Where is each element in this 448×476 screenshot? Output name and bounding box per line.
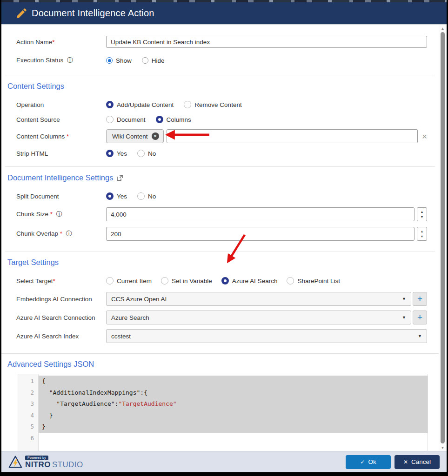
clear-field-icon[interactable]: ×	[422, 132, 427, 141]
document-intelligence-dialog: Document Intelligence Action Action Name…	[1, 0, 447, 472]
code-line: {	[39, 376, 428, 387]
radio-label: Show	[116, 57, 132, 64]
chunk-overlap-label: Chunk Overlap * ⓘ	[16, 230, 106, 238]
section-divider	[5, 166, 435, 167]
scroll-up-icon[interactable]: ▲	[439, 26, 447, 31]
advanced-json-section: Advanced Settings JSON 1 2 3 4 5 6 {	[1, 353, 439, 451]
chunk-overlap-input[interactable]	[106, 227, 415, 241]
stepper-down-icon[interactable]: ▼	[421, 234, 424, 239]
content-columns-input[interactable]	[167, 129, 418, 143]
powered-by-badge: Powered by	[25, 456, 48, 460]
radio-icon	[106, 116, 114, 123]
execution-status-options: Show Hide	[106, 57, 165, 64]
stepper-down-icon[interactable]: ▼	[421, 214, 424, 219]
dialog-body: Action Name* Execution Status ⓘ Show Hid…	[1, 25, 447, 451]
radio-show[interactable]: Show	[106, 57, 132, 64]
doc-intel-settings-heading: Document Intelligence Settings	[7, 173, 439, 182]
radio-icon	[106, 277, 114, 284]
radio-document[interactable]: Document	[106, 116, 146, 123]
section-divider	[5, 251, 435, 251]
required-mark: *	[53, 278, 55, 284]
execution-status-label: Execution Status ⓘ	[16, 56, 106, 65]
radio-icon	[287, 277, 294, 284]
operation-options: Add/Update Content Remove Content	[106, 101, 242, 108]
operation-label: Operation	[16, 101, 106, 108]
vertical-scrollbar[interactable]: ▲ ▼	[439, 25, 447, 451]
radio-strip-html-yes[interactable]: Yes	[106, 150, 127, 157]
content-columns-row: Content Columns * Wiki Content✕ ×	[16, 129, 427, 143]
radio-icon	[137, 150, 145, 157]
external-link-icon[interactable]	[117, 175, 123, 181]
code-area[interactable]: { "AdditionalIndexMappings":{ "TargetAud…	[39, 374, 428, 451]
select-target-row: Select Target* Current Item Set in Varia…	[16, 277, 427, 284]
stepper-up-icon[interactable]: ▲	[421, 229, 424, 234]
radio-azure-ai-search[interactable]: Azure AI Search	[221, 277, 278, 284]
radio-columns[interactable]: Columns	[156, 116, 191, 123]
stepper-up-icon[interactable]: ▲	[421, 209, 424, 214]
action-name-label: Action Name*	[16, 39, 106, 46]
line-number: 5	[18, 421, 38, 433]
action-name-input[interactable]	[106, 36, 427, 48]
cancel-button[interactable]: ✕Cancel	[395, 455, 440, 469]
radio-label: Yes	[117, 150, 127, 157]
required-mark: *	[60, 230, 62, 237]
nitro-triangle-bolt-icon	[8, 455, 22, 469]
code-line: }	[39, 410, 428, 422]
dialog-title: Document Intelligence Action	[32, 8, 154, 19]
required-mark: *	[67, 133, 69, 140]
radio-icon	[106, 101, 114, 108]
operation-row: Operation Add/Update Content Remove Cont…	[16, 101, 427, 108]
search-index-label: Azure AI Search Index	[16, 333, 106, 340]
execution-status-row: Execution Status ⓘ Show Hide	[16, 56, 427, 65]
search-index-select[interactable]: ccstest▼	[106, 329, 427, 343]
add-connection-button[interactable]: +	[413, 292, 427, 306]
radio-add-update-content[interactable]: Add/Update Content	[106, 101, 174, 108]
footer-buttons: ✓Ok ✕Cancel	[346, 455, 440, 469]
radio-label: No	[148, 193, 156, 200]
search-connection-select[interactable]: Azure Search▼	[106, 311, 411, 324]
radio-label: Remove Content	[194, 101, 241, 108]
select-target-options: Current Item Set in Variable Azure AI Se…	[106, 277, 340, 284]
required-mark: *	[50, 211, 53, 218]
radio-split-yes[interactable]: Yes	[106, 192, 127, 200]
radio-icon	[156, 116, 163, 123]
dialog-header: Document Intelligence Action	[1, 2, 447, 25]
radio-label: Columns	[167, 116, 191, 123]
brand-name: NITROSTUDIO	[25, 461, 83, 469]
line-number: 3	[18, 398, 38, 410]
radio-label: Current Item	[117, 278, 152, 284]
scrollbar-thumb[interactable]	[441, 32, 445, 443]
radio-set-in-variable[interactable]: Set in Variable	[161, 277, 212, 284]
radio-current-item[interactable]: Current Item	[106, 277, 152, 284]
code-line: "AdditionalIndexMappings":{	[39, 387, 428, 399]
chevron-down-icon: ▼	[402, 315, 406, 320]
select-target-label: Select Target*	[16, 278, 106, 284]
radio-sharepoint-list[interactable]: SharePoint List	[287, 277, 340, 284]
spilt-document-options: Yes No	[106, 192, 156, 200]
ok-button[interactable]: ✓Ok	[346, 455, 391, 469]
scroll-down-icon[interactable]: ▼	[439, 446, 447, 450]
pencil-icon	[15, 7, 28, 20]
embeddings-connection-select[interactable]: CCS Azure Open AI▼	[106, 292, 411, 306]
code-line: "TargetAudience":"TargetAudience"	[39, 398, 428, 410]
info-icon: ⓘ	[66, 230, 72, 237]
line-number: 6	[18, 433, 38, 444]
line-number: 2	[18, 387, 38, 399]
add-search-connection-button[interactable]: +	[413, 311, 427, 324]
line-number: 1	[18, 376, 38, 387]
info-icon: ⓘ	[67, 57, 73, 64]
check-icon: ✓	[360, 459, 365, 465]
content-settings-heading: Content Settings	[7, 82, 439, 91]
search-index-row: Azure AI Search Index ccstest▼	[16, 329, 427, 343]
radio-strip-html-no[interactable]: No	[137, 150, 156, 157]
strip-html-row: Strip HTML Yes No	[16, 150, 427, 157]
radio-hide[interactable]: Hide	[142, 57, 165, 64]
radio-split-no[interactable]: No	[137, 192, 156, 200]
radio-label: Hide	[152, 57, 165, 64]
tag-remove-icon[interactable]: ✕	[152, 132, 159, 140]
content-source-label: Content Source	[16, 116, 106, 123]
radio-remove-content[interactable]: Remove Content	[184, 101, 241, 108]
required-mark: *	[52, 39, 54, 46]
json-code-editor[interactable]: 1 2 3 4 5 6 { "AdditionalIndexMappings":…	[18, 374, 428, 451]
chunk-size-input[interactable]	[106, 207, 415, 221]
